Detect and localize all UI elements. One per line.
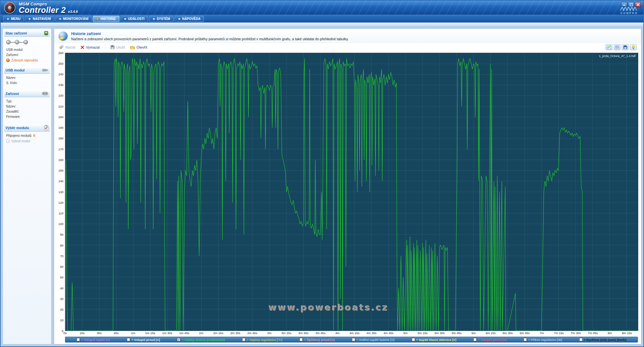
- tab-monitorování[interactable]: MONITOROVÁNÍ: [55, 16, 92, 22]
- y-tick-label: 210: [58, 105, 63, 108]
- field-label: Název:: [6, 105, 16, 108]
- save-image-button[interactable]: [622, 44, 629, 50]
- x-tick-label: 2m 45s: [247, 332, 257, 335]
- y-tick-label: 80: [60, 244, 63, 247]
- tab-dot-icon: [153, 18, 155, 20]
- chart-tool-buttons: [606, 44, 637, 50]
- connected-modules-row: Připojeno modulů: 0: [5, 133, 49, 138]
- field-label: USB modul:: [6, 48, 23, 52]
- help-link-label: Zobrazit nápovědu: [11, 59, 38, 62]
- x-tick-label: 3m 45s: [315, 332, 325, 335]
- watermark: www.powerboats.cz: [269, 303, 389, 313]
- minimize-button[interactable]: [621, 2, 627, 7]
- field-label: S. číslo:: [6, 81, 18, 85]
- status-panel: Stav zařízení USB modul:Zařízení: Zobraz: [4, 30, 50, 62]
- legend-checkbox[interactable]: [524, 338, 527, 341]
- legend-checkbox[interactable]: [127, 338, 130, 341]
- legend-checkbox[interactable]: [242, 338, 245, 341]
- x-tick-label: 1m 15s: [145, 332, 155, 335]
- tab-historie[interactable]: HISTORIE: [93, 16, 119, 22]
- clear-button[interactable]: Vymazat: [80, 45, 99, 49]
- graph-export-button[interactable]: [606, 44, 612, 50]
- legend-item[interactable]: = Rychlost jízdy (auto) [km/h]: [579, 338, 626, 342]
- field-label: Zařízení:: [6, 53, 19, 57]
- y-tick-label: 200: [58, 116, 63, 119]
- select-module-radio[interactable]: Vybrat modul: [5, 138, 49, 144]
- table-export-button[interactable]: [614, 44, 620, 50]
- x-tick-label: 15s: [80, 332, 84, 335]
- tab-menu[interactable]: MENU: [3, 16, 24, 22]
- y-tick-label: 260: [58, 51, 63, 54]
- legend-checkbox[interactable]: [473, 338, 477, 341]
- close-button[interactable]: [635, 2, 641, 7]
- status-fields: USB modul:Zařízení:: [5, 47, 49, 57]
- x-tick-label: 2m 30s: [230, 332, 240, 335]
- mgm-compro-logo: COMPRO: [620, 6, 638, 14]
- legend-checkbox[interactable]: [352, 338, 355, 341]
- tab-label: NÁPOVĚDA: [182, 17, 201, 21]
- main-panel: Historie zařízení Načtení a zobrazení vš…: [54, 28, 641, 344]
- tab-label: SYSTÉM: [157, 17, 170, 21]
- red-x-icon: [80, 45, 84, 49]
- page-description: Načtení a zobrazení všech provozních par…: [71, 37, 349, 41]
- y-tick-label: 120: [58, 201, 63, 204]
- tab-label: MONITOROVÁNÍ: [63, 17, 89, 21]
- legend-checkbox-checked[interactable]: ✓: [177, 338, 180, 341]
- tab-události[interactable]: UDÁLOSTI: [120, 16, 148, 22]
- legend-item[interactable]: = Špičkový proud [A]: [299, 338, 335, 342]
- x-tick-label: 2m: [199, 332, 203, 335]
- hint-button[interactable]: [630, 44, 637, 50]
- tab-dot-icon: [59, 18, 62, 20]
- legend-item[interactable]: ✓= Otáčky motoru (x100ot/min): [177, 338, 225, 342]
- content-area: Stav zařízení USB modul:Zařízení: Zobraz: [1, 27, 643, 346]
- maximize-button[interactable]: [628, 2, 634, 7]
- open-button[interactable]: Otevřít: [130, 45, 147, 49]
- x-tick-label: 7m 30s: [571, 332, 581, 335]
- menubar-tabs: MENUNASTAVENÍMONITOROVÁNÍHISTORIEUDÁLOST…: [3, 16, 204, 22]
- chart-plot[interactable]: 1_jizda_Octura_47_1.4.hdf www.powerboats…: [65, 53, 638, 331]
- y-tick-label: 180: [58, 137, 63, 140]
- field-row: Název:: [5, 75, 49, 80]
- legend-checkbox[interactable]: [412, 338, 415, 341]
- tab-systém[interactable]: SYSTÉM: [149, 16, 174, 22]
- graph-export-icon: [607, 45, 611, 49]
- tab-label: NASTAVENÍ: [33, 17, 51, 21]
- legend-item[interactable]: = Vstupní povel [%]: [473, 338, 506, 342]
- titlebar: MGM Compro Controller 2 v3.4.6 COMPRO: [1, 1, 643, 15]
- hint-bulb-icon: [632, 45, 635, 49]
- legend-checkbox[interactable]: [77, 338, 80, 341]
- app-version: v3.4.6: [68, 10, 78, 14]
- chart-file-label: 1_jizda_Octura_47_1.4.hdf: [599, 54, 636, 58]
- save-button[interactable]: Uložit: [110, 45, 125, 49]
- x-tick-label: 1m 30s: [162, 332, 172, 335]
- x-tick-label: 6m 45s: [520, 332, 530, 335]
- y-tick-label: 30: [60, 297, 63, 301]
- show-help-link[interactable]: Zobrazit nápovědu: [5, 57, 49, 62]
- tab-nápověda[interactable]: NÁPOVĚDA: [175, 16, 204, 22]
- legend-item[interactable]: = Teplota regulátoru [°C]: [242, 338, 282, 342]
- legend-label: = Příkon regulátoru [W]: [528, 338, 562, 342]
- load-button[interactable]: Načíst: [59, 45, 75, 49]
- y-tick-label: 150: [58, 169, 63, 172]
- legend-label: = Špičkový proud [A]: [304, 338, 335, 342]
- x-axis: 0s15s30s45s1m1m 15s1m 30s1m 45s2m2m 15s2…: [65, 331, 638, 336]
- legend-item[interactable]: = Napětí hlavní sběrnice [V]: [412, 338, 456, 342]
- legend-item[interactable]: = Vstupní proud [A]: [127, 338, 160, 342]
- legend-label: = Vnitřní napětí baterie [V]: [356, 338, 394, 342]
- tab-dot-icon: [28, 18, 31, 20]
- legend-checkbox[interactable]: [579, 338, 582, 341]
- legend-item[interactable]: = Vnitřní napětí baterie [V]: [352, 338, 394, 342]
- x-tick-label: 6m 15s: [486, 332, 496, 335]
- title-text: MGM Compro Controller 2 v3.4.6: [19, 2, 78, 14]
- legend-item[interactable]: = Vstupní napětí [V]: [77, 338, 110, 342]
- app-window: MGM Compro Controller 2 v3.4.6 COMPRO ME…: [0, 0, 644, 347]
- help-ball-icon: [6, 59, 10, 62]
- y-tick-label: 20: [60, 308, 63, 311]
- legend-label: = Teplota regulátoru [°C]: [247, 338, 282, 342]
- usb-panel-title: USB modul: [5, 68, 24, 72]
- legend-checkbox[interactable]: [299, 338, 303, 341]
- x-tick-label: 3m 15s: [281, 332, 291, 335]
- tab-nastavení[interactable]: NASTAVENÍ: [25, 16, 54, 22]
- field-label: Zavaděč:: [6, 110, 19, 113]
- legend-item[interactable]: = Příkon regulátoru [W]: [524, 338, 562, 342]
